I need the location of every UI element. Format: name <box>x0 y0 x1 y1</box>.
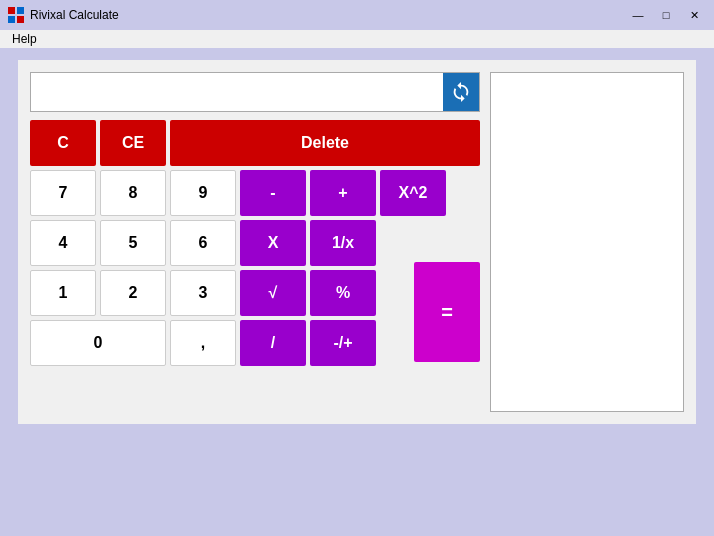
btn-eq[interactable]: = <box>414 262 480 362</box>
maximize-button[interactable]: □ <box>654 6 678 24</box>
eq-top-spacer <box>380 220 446 266</box>
row-123: 1 2 3 √ % <box>30 270 480 316</box>
btn-div[interactable]: / <box>240 320 306 366</box>
refresh-icon <box>450 81 472 103</box>
btn-pct[interactable]: % <box>310 270 376 316</box>
svg-rect-3 <box>17 16 24 23</box>
menu-bar: Help <box>0 30 714 48</box>
app-icon <box>8 7 24 23</box>
display-input[interactable] <box>31 78 443 107</box>
btn-x[interactable]: X <box>240 220 306 266</box>
svg-rect-2 <box>8 16 15 23</box>
btn-inv[interactable]: 1/x <box>310 220 376 266</box>
btn-4[interactable]: 4 <box>30 220 96 266</box>
main-content: C CE Delete 7 8 9 - + X^2 4 5 6 X 1/x 1 … <box>18 60 696 424</box>
title-bar-controls: — □ ✕ <box>626 6 706 24</box>
calculator: C CE Delete 7 8 9 - + X^2 4 5 6 X 1/x 1 … <box>30 72 480 412</box>
c-button[interactable]: C <box>30 120 96 166</box>
app-title: Rivixal Calculate <box>30 8 119 22</box>
ce-button[interactable]: CE <box>100 120 166 166</box>
btn-3[interactable]: 3 <box>170 270 236 316</box>
help-menu[interactable]: Help <box>8 30 41 48</box>
minimize-button[interactable]: — <box>626 6 650 24</box>
btn-6[interactable]: 6 <box>170 220 236 266</box>
svg-rect-0 <box>8 7 15 14</box>
btn-sqrt[interactable]: √ <box>240 270 306 316</box>
btn-xsq[interactable]: X^2 <box>380 170 446 216</box>
display-row <box>30 72 480 112</box>
btn-minus[interactable]: - <box>240 170 306 216</box>
row-clear: C CE Delete <box>30 120 480 166</box>
svg-rect-1 <box>17 7 24 14</box>
delete-button[interactable]: Delete <box>170 120 480 166</box>
row-789: 7 8 9 - + X^2 <box>30 170 480 216</box>
close-button[interactable]: ✕ <box>682 6 706 24</box>
btn-9[interactable]: 9 <box>170 170 236 216</box>
title-bar-left: Rivixal Calculate <box>8 7 119 23</box>
btn-8[interactable]: 8 <box>100 170 166 216</box>
btn-negate[interactable]: -/+ <box>310 320 376 366</box>
row-0: 0 , / -/+ <box>30 320 480 366</box>
btn-plus[interactable]: + <box>310 170 376 216</box>
btn-1[interactable]: 1 <box>30 270 96 316</box>
btn-7[interactable]: 7 <box>30 170 96 216</box>
btn-0[interactable]: 0 <box>30 320 166 366</box>
btn-comma[interactable]: , <box>170 320 236 366</box>
side-panel <box>490 72 684 412</box>
btn-2[interactable]: 2 <box>100 270 166 316</box>
display-icon-button[interactable] <box>443 73 479 111</box>
btn-5[interactable]: 5 <box>100 220 166 266</box>
row-456: 4 5 6 X 1/x <box>30 220 480 266</box>
title-bar: Rivixal Calculate — □ ✕ <box>0 0 714 30</box>
